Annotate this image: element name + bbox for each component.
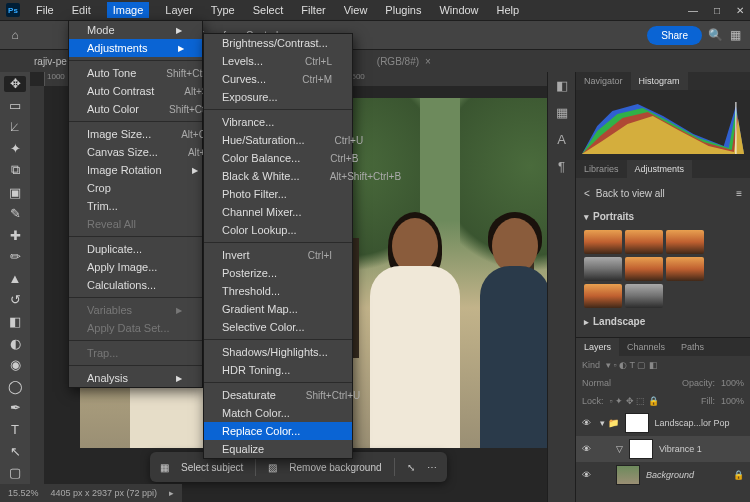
preset-thumb[interactable] [584,230,622,254]
brush-tool[interactable]: ✏ [4,249,26,265]
menu-item[interactable]: Black & White...Alt+Shift+Ctrl+B [204,167,352,185]
workspace-icon[interactable]: ▦ [728,28,742,42]
portraits-section[interactable]: ▾ Portraits [584,207,742,226]
menu-image[interactable]: Image [107,2,150,18]
shape-tool[interactable]: ▢ [4,465,26,481]
back-to-view-all[interactable]: Back to view all [596,188,665,199]
minimize-icon[interactable]: — [688,5,698,16]
move-tool[interactable]: ✥ [4,76,26,92]
menu-select[interactable]: Select [251,2,286,18]
tab-close-icon[interactable]: × [425,56,431,67]
fill-value[interactable]: 100% [721,396,744,406]
layer-name[interactable]: Background [646,470,694,480]
search-icon[interactable]: 🔍 [708,28,722,42]
visibility-icon[interactable]: 👁 [582,444,594,454]
blend-mode-dropdown[interactable]: Normal [582,378,611,388]
close-icon[interactable]: ✕ [736,5,744,16]
menu-item[interactable]: InvertCtrl+I [204,246,352,264]
transform-icon[interactable]: ⤡ [407,462,415,473]
menu-item[interactable]: Curves...Ctrl+M [204,70,352,88]
menu-type[interactable]: Type [209,2,237,18]
type-tool[interactable]: T [4,422,26,438]
menu-view[interactable]: View [342,2,370,18]
select-subject-button[interactable]: Select subject [181,462,243,473]
menu-item[interactable]: Hue/Saturation...Ctrl+U [204,131,352,149]
heal-tool[interactable]: ✚ [4,227,26,243]
preset-thumb[interactable] [666,257,704,281]
eyedropper-tool[interactable]: ✎ [4,206,26,222]
menu-window[interactable]: Window [437,2,480,18]
more-icon[interactable]: ⋯ [427,462,437,473]
lasso-tool[interactable]: ⟀ [4,119,26,135]
preset-thumb[interactable] [625,257,663,281]
lock-icons[interactable]: ▫ ✦ ✥ ⬚ 🔒 [610,396,659,406]
zoom-level[interactable]: 15.52% [8,488,39,498]
menu-item[interactable]: Selective Color... [204,318,352,336]
paragraph-panel-icon[interactable]: ¶ [558,159,565,174]
marquee-tool[interactable]: ▭ [4,98,26,114]
navigator-tab[interactable]: Navigator [576,72,631,90]
crop-tool[interactable]: ⧉ [4,162,26,178]
menu-item[interactable]: Canvas Size...Alt+Ctrl+C [69,143,202,161]
path-tool[interactable]: ↖ [4,443,26,459]
layers-tab[interactable]: Layers [576,338,619,356]
menu-item[interactable]: Analysis▶ [69,369,202,387]
eraser-tool[interactable]: ◧ [4,314,26,330]
menu-item[interactable]: Match Color... [204,404,352,422]
menu-item[interactable]: Mode▶ [69,21,202,39]
stamp-tool[interactable]: ▲ [4,271,26,287]
menu-item[interactable]: HDR Toning... [204,361,352,379]
dodge-tool[interactable]: ◯ [4,379,26,395]
back-icon[interactable]: < [584,188,590,199]
preset-thumb[interactable] [625,230,663,254]
blur-tool[interactable]: ◉ [4,357,26,373]
maximize-icon[interactable]: □ [714,5,720,16]
menu-item[interactable]: Photo Filter... [204,185,352,203]
adjustments-tab[interactable]: Adjustments [627,160,693,178]
menu-item[interactable]: Shadows/Highlights... [204,343,352,361]
swatches-panel-icon[interactable]: ▦ [556,105,568,120]
menu-item[interactable]: Threshold... [204,282,352,300]
visibility-icon[interactable]: 👁 [582,418,594,428]
layer-mask-thumb[interactable] [625,413,649,433]
gradient-tool[interactable]: ◐ [4,335,26,351]
menu-help[interactable]: Help [495,2,522,18]
frame-tool[interactable]: ▣ [4,184,26,200]
menu-item[interactable]: Brightness/Contrast... [204,34,352,52]
menu-item[interactable]: Calculations... [69,276,202,294]
menu-item[interactable]: Color Lookup... [204,221,352,239]
menu-item[interactable]: Replace Color... [204,422,352,440]
type-panel-icon[interactable]: A [557,132,566,147]
menu-item[interactable]: Auto ToneShift+Ctrl+L [69,64,202,82]
menu-item[interactable]: Image Size...Alt+Ctrl+I [69,125,202,143]
visibility-icon[interactable]: 👁 [582,470,594,480]
opacity-value[interactable]: 100% [721,378,744,388]
menu-edit[interactable]: Edit [70,2,93,18]
layer-name[interactable]: Landscap...lor Pop [655,418,730,428]
menu-filter[interactable]: Filter [299,2,327,18]
menu-item[interactable]: Posterize... [204,264,352,282]
layer-thumb[interactable] [616,465,640,485]
history-brush-tool[interactable]: ↺ [4,292,26,308]
menu-item[interactable]: Vibrance... [204,113,352,131]
preset-thumb[interactable] [584,257,622,281]
layer-row[interactable]: 👁 Background 🔒 [576,462,750,488]
menu-item[interactable]: Channel Mixer... [204,203,352,221]
menu-item[interactable]: Duplicate... [69,240,202,258]
menu-item[interactable]: Image Rotation▶ [69,161,202,179]
menu-item[interactable]: Adjustments▶ [69,39,202,57]
filter-kind-dropdown[interactable]: ▾ ▫ ◐ T ▢ ◧ [606,360,658,370]
menu-item[interactable]: Gradient Map... [204,300,352,318]
pen-tool[interactable]: ✒ [4,400,26,416]
wand-tool[interactable]: ✦ [4,141,26,157]
menu-item[interactable]: Apply Image... [69,258,202,276]
menu-item[interactable]: Equalize [204,440,352,458]
share-button[interactable]: Share [647,26,702,45]
menu-item[interactable]: Levels...Ctrl+L [204,52,352,70]
remove-background-button[interactable]: Remove background [289,462,381,473]
preset-thumb[interactable] [625,284,663,308]
layer-mask-thumb[interactable] [629,439,653,459]
preset-thumb[interactable] [584,284,622,308]
channels-tab[interactable]: Channels [619,338,673,356]
home-icon[interactable]: ⌂ [8,28,22,42]
